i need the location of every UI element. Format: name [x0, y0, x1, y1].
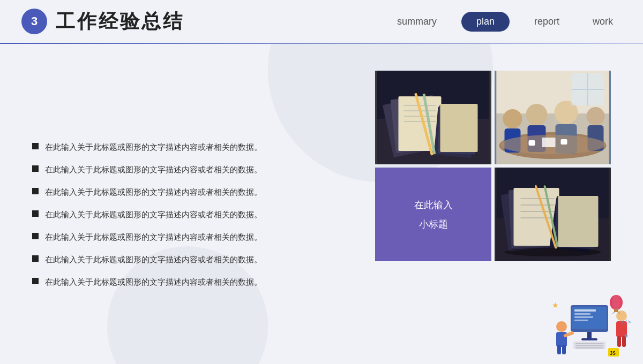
svg-rect-59 [575, 347, 603, 348]
svg-rect-50 [574, 309, 596, 312]
svg-rect-71 [614, 309, 618, 312]
bullet-item: 在此输入关于此标题或图形的文字描述内容或者相关的数据。 [32, 248, 354, 271]
nav-item-report[interactable]: report [526, 12, 568, 32]
bullet-icon [32, 278, 39, 284]
bullet-text: 在此输入关于此标题或图形的文字描述内容或者相关的数据。 [45, 186, 262, 199]
bullet-text: 在此输入关于此标题或图形的文字描述内容或者相关的数据。 [45, 208, 262, 221]
svg-rect-57 [575, 343, 603, 344]
svg-rect-51 [574, 313, 590, 315]
svg-rect-28 [561, 139, 567, 145]
page-title: 工作经验总结 [56, 9, 184, 35]
svg-text:</>: </> [620, 318, 631, 325]
svg-rect-53 [574, 320, 588, 321]
svg-rect-44 [558, 196, 599, 247]
bullet-text: 在此输入关于此标题或图形的文字描述内容或者相关的数据。 [45, 231, 262, 244]
bullet-item: 在此输入关于此标题或图形的文字描述内容或者相关的数据。 [32, 158, 354, 181]
svg-rect-52 [574, 316, 593, 318]
meeting-svg [495, 71, 611, 164]
tech-illustration-svg: JS </> ★ ◆ [547, 294, 632, 359]
svg-text:◆: ◆ [624, 332, 629, 338]
svg-rect-58 [575, 345, 603, 346]
svg-point-20 [526, 104, 548, 125]
bullet-item: 在此输入关于此标题或图形的文字描述内容或者相关的数据。 [32, 136, 354, 158]
svg-rect-67 [617, 336, 621, 347]
svg-point-18 [503, 109, 522, 128]
svg-point-47 [505, 248, 601, 256]
bullet-text: 在此输入关于此标题或图形的文字描述内容或者相关的数据。 [45, 253, 262, 266]
bullet-icon [32, 233, 39, 239]
bullet-icon [32, 255, 39, 262]
svg-text:JS: JS [610, 351, 616, 356]
bullet-item: 在此输入关于此标题或图形的文字描述内容或者相关的数据。 [32, 226, 354, 248]
bullet-text: 在此输入关于此标题或图形的文字描述内容或者相关的数据。 [45, 276, 262, 289]
bullet-item: 在此输入关于此标题或图形的文字描述内容或者相关的数据。 [32, 271, 354, 293]
bullet-list: 在此输入关于此标题或图形的文字描述内容或者相关的数据。 在此输入关于此标题或图形… [32, 65, 354, 353]
nav-item-work[interactable]: work [584, 12, 622, 32]
header-divider [0, 43, 643, 44]
svg-rect-55 [581, 338, 597, 340]
svg-line-72 [612, 312, 615, 314]
bullet-text: 在此输入关于此标题或图形的文字描述内容或者相关的数据。 [45, 163, 262, 176]
image-documents-1 [375, 71, 491, 164]
doc-svg [375, 71, 491, 164]
svg-rect-29 [542, 138, 556, 147]
subtitle-line1: 在此输入 [414, 195, 453, 215]
bullet-item: 在此输入关于此标题或图形的文字描述内容或者相关的数据。 [32, 181, 354, 203]
number-badge: 3 [21, 9, 47, 34]
svg-point-70 [612, 295, 620, 310]
nav-item-summary[interactable]: summary [388, 12, 445, 32]
svg-rect-62 [557, 345, 561, 354]
bullet-icon [32, 165, 39, 172]
svg-rect-27 [529, 140, 535, 146]
svg-text:★: ★ [552, 301, 559, 309]
bullet-icon [32, 210, 39, 217]
bullet-item: 在此输入关于此标题或图形的文字描述内容或者相关的数据。 [32, 203, 354, 226]
doc2-svg [495, 168, 611, 261]
svg-rect-54 [587, 332, 592, 338]
svg-point-60 [556, 321, 567, 332]
bullet-text: 在此输入关于此标题或图形的文字描述内容或者相关的数据。 [45, 141, 262, 154]
svg-point-24 [587, 107, 605, 125]
subtitle-line2: 小标题 [419, 215, 448, 234]
image-meeting [495, 71, 611, 164]
bullet-icon [32, 143, 39, 149]
image-grid: 在此输入 小标题 [375, 71, 611, 261]
header: 3 工作经验总结 summary plan report work [0, 0, 643, 43]
svg-rect-63 [562, 345, 566, 354]
header-left: 3 工作经验总结 [21, 9, 184, 35]
bullet-icon [32, 188, 39, 194]
bottom-illustration: JS </> ★ ◆ [547, 294, 632, 359]
subtitle-box: 在此输入 小标题 [375, 168, 491, 261]
nav-item-plan[interactable]: plan [461, 12, 510, 32]
image-documents-2 [495, 168, 611, 261]
header-nav: summary plan report work [388, 12, 622, 32]
svg-rect-11 [440, 104, 478, 152]
